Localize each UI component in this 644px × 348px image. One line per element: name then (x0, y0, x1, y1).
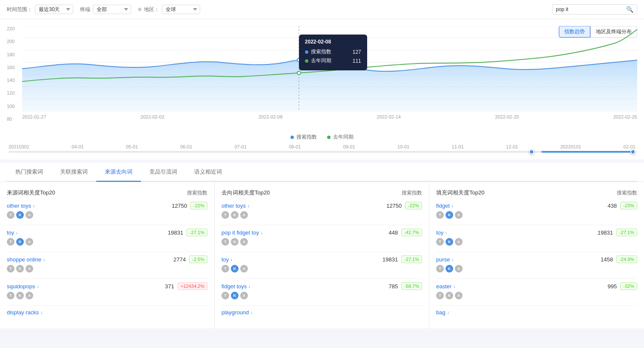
stat-num-c0-2: 2774 (173, 256, 186, 263)
tag-a-c2-0: A (455, 211, 463, 219)
search-input[interactable] (556, 6, 626, 12)
y-label-80: 80 (7, 116, 20, 122)
legend-label-0: 搜索指数 (296, 133, 317, 141)
tab-semantic[interactable]: 语义相近词 (186, 163, 230, 182)
kw-name-c2-3[interactable]: easter↓ (436, 283, 455, 290)
search-box: 🔍 (552, 4, 637, 14)
keyword-item-c1-1: pop it fidget toy↓ 448 -42.7% TKA (221, 229, 422, 246)
tag-a-c0-2: A (26, 265, 33, 273)
divider-c1-3 (221, 305, 422, 306)
stat-badge-c1-1: -42.7% (401, 229, 422, 236)
tooltip-dot-blue (297, 58, 301, 62)
x-label-1: 2022-02-02 (141, 114, 164, 119)
keyword-item-c0-0: other toys↓ 12750 -22% TKA (7, 202, 207, 219)
tag-t-c2-1: T (436, 238, 444, 246)
search-icon[interactable]: 🔍 (626, 6, 633, 13)
kw-name-c2-4[interactable]: bag↓ (436, 309, 449, 316)
kw-stats-c0-2: 2774 -2.5% (173, 255, 207, 263)
kw-row-3: easter↓ 995 -32% (436, 282, 637, 290)
col-title-1: 去向词相关度Top20 (221, 189, 270, 197)
kw-row-4: bag↓ (436, 309, 637, 316)
keyword-item-c0-2: shoppe online↓ 2774 -2.5% TKA (7, 255, 207, 273)
chart-svg (22, 26, 637, 111)
tl-1: 04-01 (72, 144, 83, 149)
kw-name-c2-1[interactable]: toy↓ (436, 229, 447, 236)
region-select[interactable]: 全球 (162, 5, 200, 14)
tl-4: 07-01 (235, 144, 247, 149)
kw-name-c0-4[interactable]: display racks↓ (7, 309, 43, 316)
tab-source-dest[interactable]: 来源去向词 (96, 163, 141, 182)
kw-tags-c0-1: TKA (7, 238, 207, 246)
kw-tags-c1-0: TKA (221, 211, 422, 219)
tooltip-dot-green (297, 71, 301, 75)
stat-num-c0-0: 12750 (172, 203, 187, 209)
slider-track[interactable] (9, 151, 635, 153)
stat-num-c2-3: 995 (608, 283, 617, 290)
kw-name-c0-1[interactable]: toy↓ (7, 229, 18, 236)
kw-row-3: fidget toys↓ 785 -58.7% (221, 282, 422, 290)
end-select[interactable]: 全部 (93, 5, 131, 14)
kw-name-c2-0[interactable]: fidget↓ (436, 203, 454, 209)
kw-arrow: ↓ (250, 310, 253, 315)
tab-competitor[interactable]: 竞品引流词 (141, 163, 186, 182)
divider-c1-1 (221, 252, 422, 252)
divider-c0-3 (7, 305, 207, 306)
stat-badge-c0-3: +12434.2% (178, 282, 207, 290)
col1-items: other toys↓ 12750 -22% TKA pop it fidget… (221, 202, 422, 316)
stat-badge-c2-1: -27.1% (616, 229, 637, 236)
tag-a-c1-0: A (240, 211, 248, 219)
blue-area (22, 60, 637, 111)
bottom-grid: 来源词相关度Top20 搜索指数 other toys↓ 12750 -22% … (0, 182, 644, 328)
tab-hot-search[interactable]: 热门搜索词 (7, 163, 52, 182)
stat-badge-c0-0: -22% (190, 202, 207, 209)
tag-a-c0-1: A (26, 238, 33, 246)
keyword-item-c1-2: toy↓ 19831 -27.1% TKA (221, 255, 422, 273)
tab-related-search[interactable]: 关联搜索词 (52, 163, 96, 182)
kw-name-c1-3[interactable]: fidget toys↓ (221, 283, 250, 290)
divider-c0-2 (7, 278, 207, 279)
time-range-select[interactable]: 最近30天 (35, 5, 73, 14)
kw-tags-c1-3: TKA (221, 292, 422, 299)
y-label-160: 160 (7, 65, 20, 70)
tag-a-c1-1: A (240, 238, 248, 246)
kw-stats-c1-0: 12750 -22% (386, 202, 422, 209)
kw-name-c0-3[interactable]: squidopops↓ (7, 283, 39, 290)
kw-name-c1-1[interactable]: pop it fidget toy↓ (221, 229, 263, 236)
kw-stats-c1-3: 785 -58.7% (388, 282, 422, 290)
tag-k-c2-0: K (446, 211, 453, 219)
col-header-1: 去向词相关度Top20 搜索指数 (221, 189, 422, 197)
timeline-slider: 20210301 04-01 05-01 06-01 07-01 08-01 0… (7, 144, 637, 153)
stat-badge-c2-2: -24.9% (616, 255, 637, 263)
stat-badge-c2-0: -23% (620, 202, 637, 209)
col-header-0: 来源词相关度Top20 搜索指数 (7, 189, 207, 197)
kw-row-4: playground↓ (221, 309, 422, 316)
tag-t-c1-3: T (221, 292, 229, 299)
kw-row-1: toy↓ 19831 -27.1% (7, 229, 207, 236)
tl-2: 05-01 (126, 144, 138, 149)
kw-name-c2-2[interactable]: purse↓ (436, 256, 454, 263)
kw-name-c0-2[interactable]: shoppe online↓ (7, 256, 45, 263)
slider-handle-left[interactable] (529, 149, 534, 154)
tag-t-c2-3: T (436, 292, 444, 299)
tag-t-c1-1: T (221, 238, 229, 246)
chart-legend: 搜索指数 去年同期 (7, 133, 637, 141)
kw-name-c0-0[interactable]: other toys↓ (7, 203, 35, 209)
y-label-220: 220 (7, 26, 20, 31)
grid-col-2: 填充词相关度Top20 搜索指数 fidget↓ 438 -23% TKA to… (429, 182, 644, 328)
tl-8: 11-01 (452, 144, 464, 149)
tag-t-c0-1: T (7, 238, 14, 246)
kw-name-c1-2[interactable]: toy↓ (221, 256, 233, 263)
kw-name-c1-0[interactable]: other toys↓ (221, 203, 250, 209)
legend-dot-1 (327, 136, 331, 139)
kw-name-c1-4[interactable]: playground↓ (221, 309, 253, 316)
kw-row-2: purse↓ 1458 -24.9% (436, 255, 637, 263)
kw-row-2: shoppe online↓ 2774 -2.5% (7, 255, 207, 263)
stat-num-c1-3: 785 (388, 283, 398, 290)
x-label-2: 2022-02-08 (259, 114, 282, 119)
tag-t-c1-0: T (221, 211, 229, 219)
region-filter: 地区： 全球 (138, 5, 200, 14)
tag-k-c0-2: K (16, 265, 24, 273)
divider-c0-0 (7, 225, 207, 225)
slider-handle-right[interactable] (630, 149, 635, 154)
keyword-item-c1-4: playground↓ (221, 309, 422, 316)
